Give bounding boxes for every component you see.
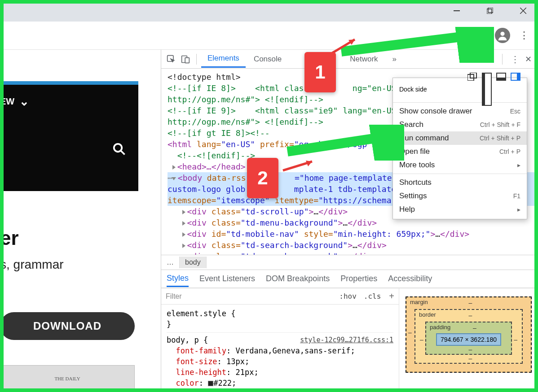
menu-shortcuts[interactable]: Shortcuts: [393, 176, 527, 189]
window-close-button[interactable]: [513, 4, 534, 18]
chevron-down-icon: ⌄: [19, 95, 29, 109]
annotation-badge-1: 1: [304, 52, 336, 92]
add-rule-button[interactable]: +: [384, 291, 399, 301]
download-button[interactable]: DOWNLOAD: [0, 312, 135, 340]
styles-rules[interactable]: element.style { } style-12c99…271f6.css:…: [161, 305, 399, 392]
hero-banner: EW ⌄: [0, 81, 138, 191]
breadcrumb-body[interactable]: body: [180, 257, 207, 268]
svg-line-7: [121, 151, 125, 155]
dock-side-row: Dock side: [393, 78, 527, 100]
tab-event-listeners[interactable]: Event Listeners: [199, 271, 255, 286]
styles-filter-row: Filter :hov .cls +: [161, 288, 399, 305]
styles-tab-bar: Styles Event Listeners DOM Breakpoints P…: [161, 270, 538, 288]
annotation-badge-2: 2: [247, 158, 278, 198]
devtools-menu-button[interactable]: ⋮: [511, 54, 520, 65]
annotation-arrow-2b: [278, 157, 319, 175]
page-subheading: s, grammar: [0, 257, 147, 272]
page-content: EW ⌄ er s, grammar DOWNLOAD THE DAILY: [0, 50, 161, 392]
cls-toggle[interactable]: .cls: [360, 292, 385, 301]
menu-open-file[interactable]: Open fileCtrl + P: [393, 145, 527, 158]
window-maximize-button[interactable]: [480, 4, 500, 18]
menu-show-console[interactable]: Show console drawerEsc: [393, 105, 527, 118]
image-thumbnail: THE DAILY: [0, 365, 135, 392]
tab-console[interactable]: Console: [247, 51, 288, 67]
menu-search[interactable]: SearchCtrl + Shift + F: [393, 118, 527, 131]
box-model-content: 794.667 × 3622.180: [436, 333, 501, 346]
menu-help[interactable]: Help▸: [393, 203, 527, 216]
breadcrumb-ellipsis[interactable]: …: [161, 257, 180, 268]
svg-point-5: [500, 32, 504, 36]
styles-filter-input[interactable]: Filter: [161, 292, 335, 301]
hov-toggle[interactable]: :hov: [335, 292, 360, 301]
search-icon[interactable]: [112, 142, 126, 157]
profile-avatar-icon[interactable]: [495, 28, 510, 43]
svg-line-14: [287, 136, 391, 152]
inspect-element-icon[interactable]: [165, 53, 177, 65]
dock-bottom-icon[interactable]: [496, 73, 506, 81]
tab-properties[interactable]: Properties: [340, 271, 377, 286]
svg-rect-0: [454, 10, 460, 11]
page-heading: er: [0, 227, 147, 249]
window-titlebar: [0, 0, 538, 22]
menu-run-command[interactable]: Run commandCtrl + Shift + P: [393, 131, 527, 145]
browser-menu-button[interactable]: ⋮: [516, 30, 532, 41]
svg-rect-2: [488, 8, 493, 13]
window-minimize-button[interactable]: [446, 4, 467, 18]
device-toggle-icon[interactable]: [179, 53, 192, 65]
svg-rect-1: [487, 9, 492, 14]
devtools-close-button[interactable]: ✕: [525, 54, 532, 64]
dock-undock-icon[interactable]: [467, 73, 477, 106]
dock-right-icon[interactable]: [511, 73, 520, 81]
tab-styles[interactable]: Styles: [167, 271, 189, 287]
box-model-diagram: margin – border – padding – – – 794.667 …: [399, 288, 538, 392]
menu-settings[interactable]: SettingsF1: [393, 189, 527, 203]
tab-elements[interactable]: Elements: [201, 50, 246, 68]
menu-more-tools[interactable]: More tools▸: [393, 158, 527, 172]
css-source-link[interactable]: style-12c99…271f6.css:1: [300, 335, 393, 345]
svg-point-6: [114, 144, 122, 152]
devtools-panel: Elements Console Network » 3 ⋮ ✕ <!docty…: [161, 50, 538, 392]
hero-nav-item[interactable]: EW ⌄: [0, 85, 138, 109]
devtools-context-menu: Dock side Show console drawerEsc SearchC…: [392, 78, 527, 219]
elements-breadcrumb[interactable]: … body: [161, 255, 538, 270]
dock-left-icon[interactable]: [482, 73, 492, 106]
tab-dom-breakpoints[interactable]: DOM Breakpoints: [266, 271, 330, 286]
annotation-arrow-2: [278, 125, 404, 161]
svg-rect-10: [185, 57, 189, 63]
tab-accessibility[interactable]: Accessibility: [388, 271, 432, 286]
